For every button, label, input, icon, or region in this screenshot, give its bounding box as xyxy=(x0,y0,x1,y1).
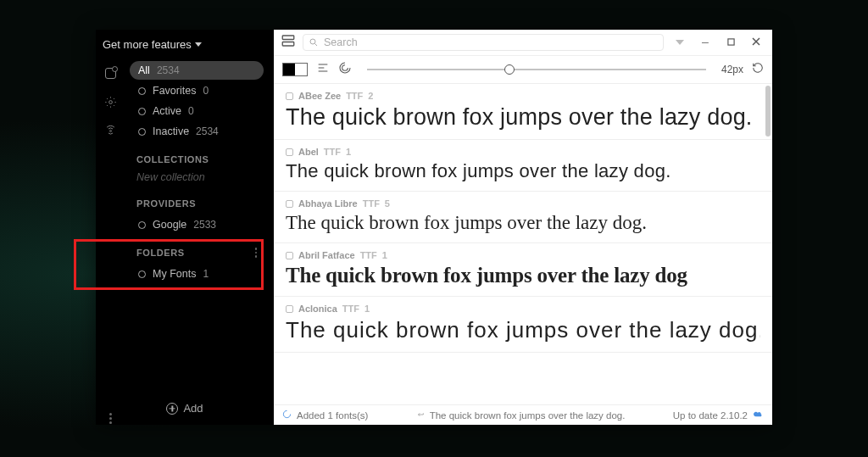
folder-myfonts-count: 1 xyxy=(203,268,209,280)
invert-toggle[interactable] xyxy=(282,63,308,76)
size-value: 42px xyxy=(721,64,743,75)
circle-icon xyxy=(138,270,146,278)
main-panel: Search ─ 42px xyxy=(274,30,772,425)
checkbox-icon[interactable] xyxy=(286,148,293,156)
filter-all-label: All xyxy=(138,64,150,76)
svg-point-1 xyxy=(109,130,111,131)
title-bar: Search ─ xyxy=(274,30,772,56)
filter-inactive-count: 2534 xyxy=(196,125,219,137)
box-notch-icon[interactable] xyxy=(103,66,117,80)
search-input[interactable]: Search xyxy=(303,34,664,51)
swirl-icon[interactable] xyxy=(338,61,352,78)
chevron-down-icon xyxy=(195,42,202,47)
layout-rows-icon[interactable] xyxy=(281,33,296,52)
filter-active[interactable]: Active 0 xyxy=(130,102,264,120)
return-icon xyxy=(416,410,425,421)
new-collection-input[interactable]: New collection xyxy=(125,170,269,187)
font-meta: ABee Zee TTF 2 xyxy=(286,91,760,101)
window-maximize-button[interactable] xyxy=(721,37,740,47)
status-mid: The quick brown fox jumps over the lazy … xyxy=(416,410,626,421)
font-specimen: The quick brown fox jumps over the lazy … xyxy=(286,160,760,182)
plus-circle-icon xyxy=(166,403,178,415)
providers-header: PROVIDERS xyxy=(125,187,269,214)
font-name: ABee Zee xyxy=(298,91,341,101)
font-weight-count: 1 xyxy=(346,147,351,157)
folders-more-icon[interactable] xyxy=(255,248,258,258)
circle-icon xyxy=(138,87,146,95)
dropdown-triangle-icon[interactable] xyxy=(676,40,684,45)
font-row[interactable]: ABee Zee TTF 2 The quick brown fox jumps… xyxy=(274,84,772,140)
svg-rect-2 xyxy=(282,36,294,40)
font-name: Abel xyxy=(298,147,319,157)
font-specimen: The quick brown fox jumps over the lazy … xyxy=(286,317,760,343)
collections-header: COLLECTIONS xyxy=(125,142,269,170)
align-icon[interactable] xyxy=(316,61,330,78)
font-list: ABee Zee TTF 2 The quick brown fox jumps… xyxy=(274,84,772,404)
add-button[interactable]: Add xyxy=(96,397,274,420)
filter-all-count: 2534 xyxy=(157,64,180,76)
filter-fav-label: Favorites xyxy=(153,85,196,97)
slider-knob[interactable] xyxy=(504,64,515,75)
filter-active-label: Active xyxy=(153,105,181,117)
search-icon xyxy=(309,37,319,47)
preview-toolbar: 42px xyxy=(274,56,772,84)
spinner-icon xyxy=(282,410,292,421)
status-right: Up to date 2.10.2 xyxy=(673,409,764,421)
get-more-features-link[interactable]: Get more features xyxy=(96,30,274,59)
folders-title: FOLDERS xyxy=(136,248,185,258)
status-left-text: Added 1 fonts(s) xyxy=(297,410,368,421)
get-more-label: Get more features xyxy=(103,38,192,51)
font-name: Aclonica xyxy=(298,304,337,314)
window-minimize-button[interactable]: ─ xyxy=(696,37,715,47)
font-meta: Abhaya Libre TTF 5 xyxy=(286,198,760,209)
provider-google[interactable]: Google 2533 xyxy=(130,215,264,234)
font-meta: Abel TTF 1 xyxy=(286,147,760,157)
font-weight-count: 2 xyxy=(368,91,373,101)
checkbox-icon[interactable] xyxy=(286,252,293,259)
font-specimen: The quick brown fox jumps over the lazy … xyxy=(286,264,760,287)
provider-google-count: 2533 xyxy=(193,219,216,231)
window-close-button[interactable] xyxy=(747,37,765,47)
slider-track xyxy=(367,70,706,70)
folder-my-fonts[interactable]: My Fonts 1 xyxy=(130,265,264,283)
add-label: Add xyxy=(183,402,203,415)
font-specimen: The quick brown fox jumps over the lazy … xyxy=(286,212,760,234)
filter-favorites[interactable]: Favorites 0 xyxy=(130,81,264,100)
checkbox-icon[interactable] xyxy=(286,92,293,100)
filter-inactive[interactable]: Inactive 2534 xyxy=(130,122,264,141)
reset-icon[interactable] xyxy=(752,62,764,77)
font-specimen: The quick brown fox jumps over the lazy … xyxy=(286,104,760,131)
font-meta: Aclonica TTF 1 xyxy=(286,304,760,314)
status-right-text: Up to date 2.10.2 xyxy=(673,410,748,421)
font-row[interactable]: Aclonica TTF 1 The quick brown fox jumps… xyxy=(274,297,772,353)
signal-icon[interactable] xyxy=(103,124,117,137)
cloud-icon xyxy=(753,409,764,421)
font-weight-count: 5 xyxy=(385,198,390,209)
folder-myfonts-label: My Fonts xyxy=(153,268,196,280)
folders-header: FOLDERS xyxy=(125,236,269,263)
circle-icon xyxy=(138,128,146,136)
gear-icon[interactable] xyxy=(103,95,117,109)
font-weight-count: 1 xyxy=(364,304,370,314)
font-row[interactable]: Abril Fatface TTF 1 The quick brown fox … xyxy=(274,243,772,297)
status-bar: Added 1 fonts(s) The quick brown fox jum… xyxy=(274,404,772,425)
svg-rect-3 xyxy=(282,42,294,47)
svg-point-0 xyxy=(108,100,112,103)
checkbox-icon[interactable] xyxy=(286,305,293,313)
providers-title: PROVIDERS xyxy=(136,198,196,209)
scrollbar[interactable] xyxy=(765,86,771,137)
circle-icon xyxy=(138,108,146,115)
filter-all[interactable]: All 2534 xyxy=(130,61,264,80)
status-left: Added 1 fonts(s) xyxy=(282,410,368,421)
font-row[interactable]: Abhaya Libre TTF 5 The quick brown fox j… xyxy=(274,192,772,243)
app-window: Get more features All 2534 xyxy=(96,30,772,425)
font-name: Abril Fatface xyxy=(298,250,355,260)
font-format: TTF xyxy=(363,198,380,209)
font-row[interactable]: Abel TTF 1 The quick brown fox jumps ove… xyxy=(274,140,772,192)
svg-point-4 xyxy=(310,39,315,44)
checkbox-icon[interactable] xyxy=(286,200,293,208)
font-format: TTF xyxy=(342,304,359,314)
status-mid-text[interactable]: The quick brown fox jumps over the lazy … xyxy=(430,410,626,421)
search-placeholder: Search xyxy=(324,36,358,48)
size-slider[interactable] xyxy=(367,64,706,75)
